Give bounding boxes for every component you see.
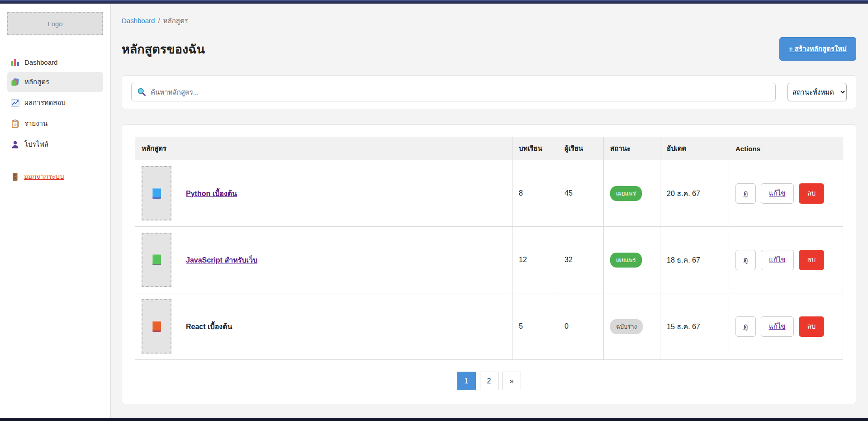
course-thumbnail-placeholder xyxy=(142,299,171,354)
course-title-link[interactable]: Python เบื้องต้น xyxy=(186,188,237,199)
logo-text: Logo xyxy=(47,20,62,28)
courses-table-card: หลักสูตร บทเรียน ผู้เรียน สถานะ อัปเดต A… xyxy=(122,124,856,404)
view-button[interactable]: ดู xyxy=(735,183,756,204)
pagination: 1 2 » xyxy=(135,372,843,390)
sidebar-item-label: ผลการทดสอบ xyxy=(24,97,66,108)
app-layout: Logo Dashboard หลักสูตร ผลการทดสอบ รายงา xyxy=(0,4,868,418)
edit-button[interactable]: แก้ไข xyxy=(761,316,794,337)
course-title-link[interactable]: JavaScript สำหรับเว็บ xyxy=(186,254,257,266)
column-header-status: สถานะ xyxy=(604,137,660,160)
course-thumbnail-placeholder xyxy=(142,233,171,287)
clipboard-icon xyxy=(11,120,19,128)
breadcrumb: Dashboard/หลักสูตร xyxy=(122,15,856,26)
sidebar-item-test-results[interactable]: ผลการทดสอบ xyxy=(7,93,103,113)
table-header-row: หลักสูตร บทเรียน ผู้เรียน สถานะ อัปเดต A… xyxy=(135,137,843,160)
updated-date: 15 ธ.ค. 67 xyxy=(660,293,729,360)
sidebar-item-label: Dashboard xyxy=(24,58,57,66)
page-header: หลักสูตรของฉัน + สร้างหลักสูตรใหม่ xyxy=(122,37,856,61)
lessons-count: 5 xyxy=(512,293,558,360)
lessons-count: 12 xyxy=(512,227,558,293)
breadcrumb-dashboard-link[interactable]: Dashboard xyxy=(122,17,155,24)
sidebar: Logo Dashboard หลักสูตร ผลการทดสอบ รายงา xyxy=(0,4,111,418)
sidebar-divider xyxy=(8,161,102,161)
table-row: JavaScript สำหรับเว็บ 12 32 เผยแพร่ 18 ธ… xyxy=(135,227,843,293)
top-accent-bar xyxy=(0,0,868,4)
view-button[interactable]: ดู xyxy=(735,316,756,337)
column-header-updated: อัปเดต xyxy=(660,137,729,160)
table-row: React เบื้องต้น 5 0 ฉบับร่าง 15 ธ.ค. 67 … xyxy=(135,293,843,360)
sidebar-item-dashboard[interactable]: Dashboard xyxy=(7,53,103,71)
column-header-course: หลักสูตร xyxy=(135,137,512,160)
row-actions: ดู แก้ไข ลบ xyxy=(735,316,836,337)
pagination-page-1[interactable]: 1 xyxy=(457,372,476,390)
delete-button[interactable]: ลบ xyxy=(799,183,825,204)
status-badge: เผยแพร่ xyxy=(610,186,642,201)
bar-chart-icon xyxy=(11,58,19,67)
pagination-page-2[interactable]: 2 xyxy=(480,372,498,390)
sidebar-item-label: โปรไฟล์ xyxy=(24,139,48,150)
lessons-count: 8 xyxy=(512,160,558,227)
students-count: 32 xyxy=(558,227,604,293)
breadcrumb-separator: / xyxy=(158,17,160,24)
delete-button[interactable]: ลบ xyxy=(799,250,825,270)
sidebar-item-reports[interactable]: รายงาน xyxy=(7,114,103,134)
course-cell: Python เบื้องต้น xyxy=(142,166,506,220)
course-title: React เบื้องต้น xyxy=(186,321,232,332)
status-badge: เผยแพร่ xyxy=(610,253,642,268)
column-header-students: ผู้เรียน xyxy=(558,137,604,160)
status-badge: ฉบับร่าง xyxy=(610,319,643,334)
updated-date: 18 ธ.ค. 67 xyxy=(660,227,729,293)
books-icon xyxy=(11,78,19,86)
pagination-next-button[interactable]: » xyxy=(503,372,521,390)
create-course-button[interactable]: + สร้างหลักสูตรใหม่ xyxy=(779,37,856,61)
updated-date: 20 ธ.ค. 67 xyxy=(660,160,729,227)
row-actions: ดู แก้ไข ลบ xyxy=(735,250,836,270)
delete-button[interactable]: ลบ xyxy=(799,316,825,337)
column-header-actions: Actions xyxy=(729,137,843,160)
green-book-icon xyxy=(152,254,161,265)
orange-book-icon xyxy=(152,321,161,332)
view-button[interactable]: ดู xyxy=(735,250,756,270)
table-row: Python เบื้องต้น 8 45 เผยแพร่ 20 ธ.ค. 67… xyxy=(135,160,843,227)
page-title: หลักสูตรของฉัน xyxy=(122,39,205,59)
course-thumbnail-placeholder xyxy=(142,166,171,220)
logout-link[interactable]: ออกจากระบบ xyxy=(7,169,68,184)
main-content: Dashboard/หลักสูตร หลักสูตรของฉัน + สร้า… xyxy=(111,4,868,418)
sidebar-item-courses[interactable]: หลักสูตร xyxy=(7,72,103,92)
sidebar-item-label: รายงาน xyxy=(24,118,47,129)
course-cell: JavaScript สำหรับเว็บ xyxy=(142,233,506,287)
course-cell: React เบื้องต้น xyxy=(142,299,506,354)
breadcrumb-current: หลักสูตร xyxy=(163,17,188,24)
students-count: 45 xyxy=(558,160,604,227)
person-icon xyxy=(11,140,19,149)
search-field-wrapper xyxy=(131,83,776,101)
column-header-lessons: บทเรียน xyxy=(512,137,558,160)
students-count: 0 xyxy=(558,293,604,360)
logout-label: ออกจากระบบ xyxy=(24,171,64,182)
row-actions: ดู แก้ไข ลบ xyxy=(735,183,836,204)
logo: Logo xyxy=(7,12,103,35)
sidebar-item-profile[interactable]: โปรไฟล์ xyxy=(7,134,103,154)
search-input[interactable] xyxy=(131,83,776,101)
filter-toolbar: สถานะทั้งหมด xyxy=(122,75,856,109)
line-chart-icon xyxy=(11,99,19,107)
status-filter-select[interactable]: สถานะทั้งหมด xyxy=(787,83,847,101)
courses-table: หลักสูตร บทเรียน ผู้เรียน สถานะ อัปเดต A… xyxy=(135,137,843,360)
blue-book-icon xyxy=(152,188,161,199)
edit-button[interactable]: แก้ไข xyxy=(761,250,794,270)
edit-button[interactable]: แก้ไข xyxy=(761,183,794,204)
bottom-accent-bar xyxy=(0,418,868,421)
sidebar-item-label: หลักสูตร xyxy=(24,77,49,87)
door-icon xyxy=(11,172,19,181)
